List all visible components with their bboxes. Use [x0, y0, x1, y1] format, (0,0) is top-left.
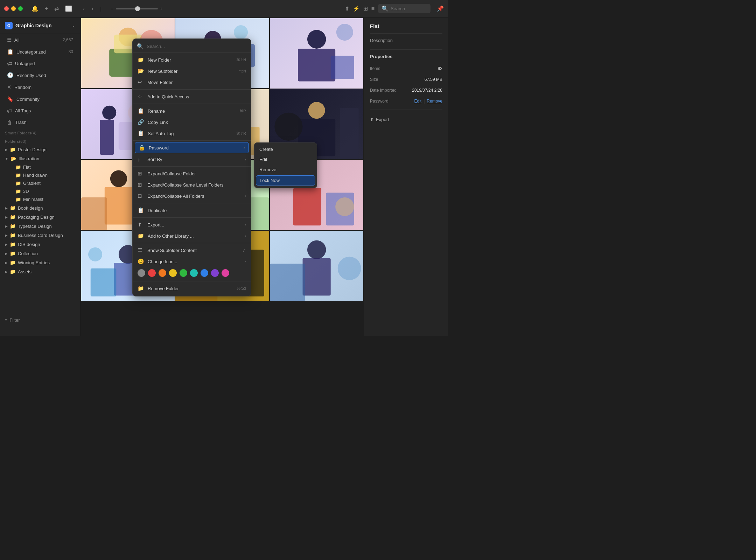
menu-item-remove-folder[interactable]: 📁 Remove Folder ⌘⌫ — [133, 283, 251, 294]
sidebar-item-random[interactable]: ✕ Random — [2, 82, 78, 93]
subfolder-3d[interactable]: 📁 3D — [10, 187, 80, 195]
subfolder-flat[interactable]: 📁 Flat — [10, 163, 80, 171]
menu-divider — [133, 89, 251, 90]
swatch-green[interactable] — [180, 269, 187, 277]
zoom-slider[interactable]: − + — [111, 6, 162, 12]
password-icon: 🔒 — [139, 145, 145, 151]
password-submenu: Create Edit Remove Lock Now — [254, 142, 317, 188]
svg-rect-9 — [298, 49, 335, 82]
folder-business-card[interactable]: ▶ 📁 Business Card Design — [0, 231, 80, 240]
menu-item-expand-collapse[interactable]: ⊞ Expand/Collapse Folder — [133, 168, 251, 179]
slider-track[interactable] — [116, 8, 158, 9]
folder-illustration[interactable]: ▼ 📂 Illustration — [0, 154, 80, 163]
folder-book-design[interactable]: ▶ 📁 Book design — [0, 203, 80, 212]
bell-icon[interactable]: 🔔 — [30, 5, 40, 12]
submenu-edit[interactable]: Edit — [254, 154, 317, 164]
search-icon: 🔍 — [137, 43, 144, 50]
folder-poster-design[interactable]: ▶ 📁 Poster Design — [0, 145, 80, 154]
menu-item-move-folder[interactable]: ↩ Move Folder — [133, 77, 251, 88]
image-cell[interactable] — [270, 231, 363, 301]
menu-search[interactable]: 🔍 — [133, 41, 251, 53]
menu-item-sort-by[interactable]: ↕ Sort By › — [133, 154, 251, 165]
move-folder-icon: ↩ — [138, 79, 144, 85]
folder-assets[interactable]: ▶ 📁 Assets — [0, 267, 80, 276]
forward-button[interactable]: › — [89, 5, 96, 13]
swatch-blue[interactable] — [201, 269, 208, 277]
swatch-orange[interactable] — [159, 269, 166, 277]
slider-thumb[interactable] — [135, 6, 140, 11]
menu-item-duplicate[interactable]: 📋 Duplicate — [133, 205, 251, 216]
menu-item-copy-link[interactable]: 🔗 Copy Link — [133, 117, 251, 128]
password-edit-link[interactable]: Edit — [414, 99, 422, 104]
close-button[interactable] — [4, 6, 9, 11]
folder-winning-entries[interactable]: ▶ 📁 Winning Entries — [0, 258, 80, 267]
menu-item-change-icon[interactable]: 😊 Change Icon... › — [133, 256, 251, 267]
bolt-icon[interactable]: ⚡ — [353, 5, 360, 12]
expand-icon: ▶ — [5, 270, 8, 274]
menu-item-new-folder[interactable]: 📁 New Folder ⌘⇧N — [133, 54, 251, 65]
folder-collection[interactable]: ▶ 📁 Collection — [0, 249, 80, 258]
sidebar-item-all[interactable]: ☰ All 2,667 — [2, 34, 78, 46]
checkmark-icon: ✓ — [242, 248, 246, 253]
export-button[interactable]: ⬆ Export — [370, 117, 442, 122]
sidebar-item-untagged[interactable]: 🏷 Untagged — [2, 58, 78, 69]
sidebar-item-recently-used[interactable]: 🕐 Recently Used — [2, 70, 78, 81]
sidebar-item-all-tags[interactable]: 🏷 All Tags — [2, 105, 78, 116]
back-button[interactable]: ‹ — [80, 5, 88, 13]
menu-item-expand-collapse-same[interactable]: ⊞ Expand/Collapse Same Level Folders — [133, 179, 251, 190]
svg-rect-26 — [81, 197, 107, 230]
swatch-yellow[interactable] — [169, 269, 177, 277]
sidebar-item-trash[interactable]: 🗑 Trash — [2, 117, 78, 128]
sidebar-toggle-icon[interactable]: ⬜ — [63, 5, 74, 12]
expand-icon: ▶ — [5, 261, 8, 265]
swatch-teal[interactable] — [190, 269, 198, 277]
trash-icon: 🗑 — [7, 119, 12, 125]
app-logo: G — [5, 22, 13, 29]
folder-cis-design[interactable]: ▶ 📁 CIS design — [0, 240, 80, 249]
password-remove-link[interactable]: Remove — [427, 99, 442, 104]
swatch-pink[interactable] — [222, 269, 229, 277]
submenu-remove[interactable]: Remove — [254, 164, 317, 175]
menu-search-input[interactable] — [147, 44, 247, 49]
menu-item-set-auto-tag[interactable]: 📋 Set Auto-Tag ⌘⇧R — [133, 128, 251, 139]
grid-icon[interactable]: ⊞ — [363, 5, 368, 12]
svg-point-11 — [336, 24, 353, 41]
panel-folder-name: Flat — [370, 23, 442, 29]
subfolder-gradient[interactable]: 📁 Gradient — [10, 179, 80, 187]
folder-typeface-design[interactable]: ▶ 📁 Typeface Design — [0, 222, 80, 231]
subfolder-minimalist[interactable]: 📁 Minimalist — [10, 195, 80, 203]
upload-icon[interactable]: ⬆ — [345, 5, 349, 12]
menu-item-export[interactable]: ⬆ Export... › — [133, 219, 251, 230]
folder-packaging-design[interactable]: ▶ 📁 Packaging Design — [0, 212, 80, 222]
minimize-button[interactable] — [11, 6, 16, 11]
sync-icon[interactable]: ⇄ — [52, 5, 61, 12]
community-icon: 🔖 — [7, 96, 14, 102]
right-panel: Flat Description Properties Items 92 Siz… — [364, 18, 448, 336]
change-icon-icon: 😊 — [138, 258, 144, 265]
menu-item-expand-collapse-all[interactable]: ⊟ Expand/Collapse All Folders / — [133, 190, 251, 202]
menu-item-add-quick-access[interactable]: ☆ Add to Quick Access — [133, 91, 251, 102]
swatch-gray[interactable] — [138, 269, 145, 277]
search-icon: 🔍 — [382, 5, 388, 12]
sidebar-item-uncategorized[interactable]: 📋 Uncategorized 30 — [2, 46, 78, 57]
submenu-create[interactable]: Create — [254, 144, 317, 154]
add-icon[interactable]: + — [43, 6, 50, 12]
filter-item[interactable]: ≡ Filter — [0, 315, 80, 326]
pin-icon[interactable]: 📌 — [437, 5, 444, 12]
sidebar-item-community[interactable]: 🔖 Community — [2, 93, 78, 105]
menu-item-add-to-library[interactable]: 📁 Add to Other Library ... › — [133, 230, 251, 241]
search-bar[interactable]: 🔍 — [378, 4, 430, 13]
menu-item-rename[interactable]: 📋 Rename ⌘R — [133, 105, 251, 117]
fullscreen-button[interactable] — [18, 6, 23, 11]
menu-item-new-subfolder[interactable]: 📂 New Subfolder ⌥N — [133, 65, 251, 77]
new-subfolder-icon: 📂 — [138, 68, 144, 74]
menu-item-show-subfolder[interactable]: ☰ Show Subfolder Content ✓ — [133, 245, 251, 256]
filter-icon[interactable]: ≡ — [371, 6, 374, 12]
menu-item-password[interactable]: 🔒 Password › Create Edit Remove Lock Now — [135, 142, 249, 153]
swatch-red[interactable] — [148, 269, 156, 277]
submenu-lock-now[interactable]: Lock Now — [256, 175, 315, 186]
search-input[interactable] — [391, 6, 426, 11]
image-cell[interactable] — [270, 18, 363, 89]
subfolder-hand-drawn[interactable]: 📁 Hand drawn — [10, 171, 80, 179]
swatch-purple[interactable] — [211, 269, 219, 277]
